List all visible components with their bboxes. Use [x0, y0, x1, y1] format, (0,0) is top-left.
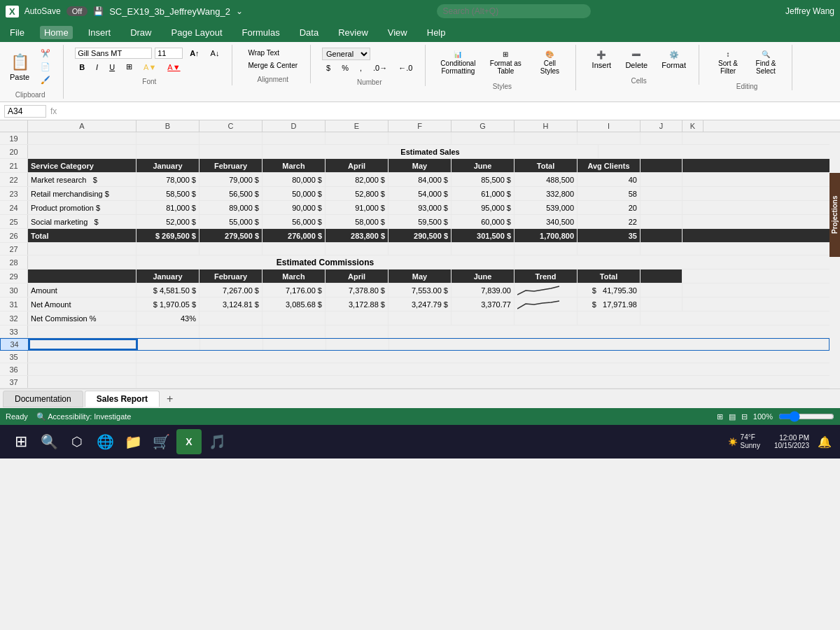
- cell-d19[interactable]: [262, 132, 326, 144]
- format-table-button[interactable]: ⊞Format as Table: [484, 48, 526, 78]
- menu-help[interactable]: Help: [423, 26, 450, 39]
- cell-j26[interactable]: [640, 229, 682, 242]
- header-april[interactable]: April: [326, 159, 388, 172]
- cell-b26[interactable]: $ 269,500 $: [136, 229, 200, 242]
- add-sheet-button[interactable]: +: [161, 390, 178, 408]
- cell-total-30[interactable]: $ 41,795.30: [578, 284, 640, 297]
- cell-d34[interactable]: [263, 339, 326, 350]
- cell-total-31[interactable]: $ 17,971.98: [578, 298, 640, 311]
- cell-f30[interactable]: 7,553.00 $: [388, 284, 451, 297]
- cell-g27[interactable]: [451, 243, 514, 255]
- menu-data[interactable]: Data: [295, 26, 323, 39]
- cell-a36[interactable]: [28, 363, 136, 375]
- sort-filter-button[interactable]: ↕️Sort & Filter: [710, 48, 746, 78]
- view-normal-icon[interactable]: ⊞: [717, 412, 723, 421]
- cell-b20[interactable]: [136, 145, 200, 158]
- cell-f24[interactable]: 93,000 $: [388, 201, 451, 214]
- cell-h26[interactable]: 1,700,800: [514, 229, 578, 242]
- comma-button[interactable]: ,: [356, 62, 366, 74]
- cell-g26[interactable]: 301,500 $: [451, 229, 514, 242]
- cell-c27[interactable]: [200, 243, 262, 255]
- cell-c20[interactable]: [200, 145, 262, 158]
- cell-b27[interactable]: [136, 243, 200, 255]
- insert-button[interactable]: ➕Insert: [587, 48, 615, 72]
- cell-c22[interactable]: 79,000 $: [200, 173, 262, 186]
- col-header-h[interactable]: H: [514, 120, 578, 132]
- cell-j31[interactable]: [640, 298, 682, 311]
- cell-h22[interactable]: 488,500: [514, 173, 578, 186]
- header-avg-clients[interactable]: Avg Clients: [578, 159, 640, 172]
- cell-c26[interactable]: 279,500 $: [200, 229, 262, 242]
- cell-net-commission-label[interactable]: Net Commission %: [28, 312, 136, 325]
- menu-draw[interactable]: Draw: [126, 26, 155, 39]
- comm-header-trend[interactable]: Trend: [514, 270, 578, 283]
- comm-header-mar[interactable]: March: [262, 270, 326, 283]
- cell-e27[interactable]: [326, 243, 388, 255]
- cell-d27[interactable]: [262, 243, 326, 255]
- cell-f19[interactable]: [388, 132, 451, 144]
- cell-g32[interactable]: [451, 312, 514, 325]
- cell-amount-label[interactable]: Amount: [28, 284, 136, 297]
- cell-j19[interactable]: [640, 132, 682, 144]
- col-header-e[interactable]: E: [326, 120, 388, 132]
- cell-d32[interactable]: [262, 312, 326, 325]
- header-may[interactable]: May: [388, 159, 451, 172]
- cell-f22[interactable]: 84,000 $: [388, 173, 451, 186]
- cell-e34[interactable]: [326, 339, 389, 350]
- cell-i22[interactable]: 40: [578, 173, 640, 186]
- cell-a34[interactable]: [29, 339, 137, 350]
- save-icon[interactable]: 💾: [93, 6, 104, 16]
- increase-font-button[interactable]: A↑: [186, 48, 203, 59]
- comm-header-may[interactable]: May: [388, 270, 451, 283]
- cell-h19[interactable]: [514, 132, 578, 144]
- cell-b24[interactable]: 81,000 $: [136, 201, 200, 214]
- cell-e33[interactable]: [326, 326, 388, 337]
- comm-header-total[interactable]: Total: [578, 270, 640, 283]
- notification-icon[interactable]: 🔔: [818, 435, 832, 449]
- col-header-g[interactable]: G: [451, 120, 514, 132]
- formula-input[interactable]: [61, 106, 836, 116]
- cell-f23[interactable]: 54,000 $: [388, 187, 451, 200]
- menu-page-layout[interactable]: Page Layout: [167, 26, 227, 39]
- cell-b31[interactable]: $ 1,970.05 $: [136, 298, 200, 311]
- cell-c19[interactable]: [200, 132, 262, 144]
- cell-d25[interactable]: 56,000 $: [262, 215, 326, 228]
- cell-g23[interactable]: 61,000 $: [451, 187, 514, 200]
- font-name-input[interactable]: [75, 48, 152, 59]
- menu-insert[interactable]: Insert: [84, 26, 115, 39]
- cell-i25[interactable]: 22: [578, 215, 640, 228]
- cell-g22[interactable]: 85,500 $: [451, 173, 514, 186]
- cell-b30[interactable]: $ 4,581.50 $: [136, 284, 200, 297]
- cell-j25[interactable]: [640, 215, 682, 228]
- cell-reference[interactable]: [4, 105, 46, 118]
- border-button[interactable]: ⊞: [122, 61, 136, 73]
- col-header-b[interactable]: B: [136, 120, 200, 132]
- decrease-decimal-button[interactable]: ←.0: [394, 62, 416, 74]
- cell-c33[interactable]: [200, 326, 262, 337]
- tab-documentation[interactable]: Documentation: [3, 391, 83, 407]
- merge-center-button[interactable]: Merge & Center: [244, 60, 302, 71]
- cell-i23[interactable]: 58: [578, 187, 640, 200]
- folder-icon[interactable]: 📁: [120, 429, 146, 454]
- cell-j21[interactable]: [640, 159, 682, 172]
- cell-j24[interactable]: [640, 201, 682, 214]
- number-format-select[interactable]: General Number Currency: [322, 48, 370, 60]
- cell-d30[interactable]: 7,176.00 $: [262, 284, 326, 297]
- cell-a20[interactable]: [28, 145, 136, 158]
- menu-home[interactable]: Home: [40, 26, 73, 39]
- cell-f27[interactable]: [388, 243, 451, 255]
- cell-j22[interactable]: [640, 173, 682, 186]
- view-pagebreak-icon[interactable]: ⊟: [741, 412, 748, 421]
- header-february[interactable]: February: [200, 159, 262, 172]
- comm-header-jan[interactable]: January: [136, 270, 200, 283]
- conditional-formatting-button[interactable]: 📊Conditional Formatting: [437, 48, 479, 78]
- cell-f32[interactable]: [388, 312, 451, 325]
- cell-h32[interactable]: [514, 312, 578, 325]
- cell-d31[interactable]: 3,085.68 $: [262, 298, 326, 311]
- cell-c24[interactable]: 89,000 $: [200, 201, 262, 214]
- cell-b19[interactable]: [136, 132, 200, 144]
- currency-button[interactable]: $: [322, 62, 335, 74]
- cell-b34[interactable]: [137, 339, 200, 350]
- cell-c34[interactable]: [200, 339, 263, 350]
- cut-button[interactable]: ✂️: [36, 48, 55, 59]
